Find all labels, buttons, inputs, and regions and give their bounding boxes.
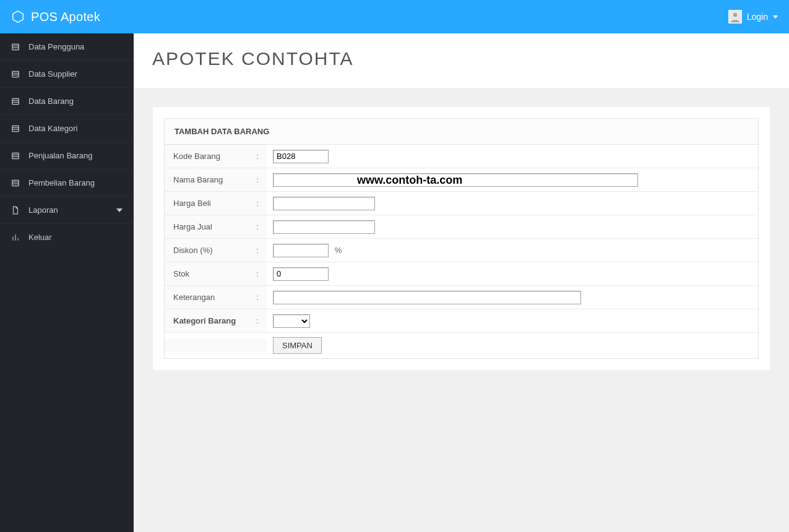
sidebar-item-data-supplier[interactable]: Data Supplier: [0, 60, 134, 87]
form-card: TAMBAH DATA BARANG Kode Barang : Nama Ba…: [164, 118, 759, 359]
avatar: [728, 10, 742, 24]
colon: :: [248, 286, 267, 309]
label-diskon: Diskon (%): [165, 239, 248, 262]
list-icon: [11, 124, 21, 133]
caret-down-icon: [773, 15, 778, 19]
input-harga-jual[interactable]: [273, 220, 375, 234]
sidebar-item-data-kategori[interactable]: Data Kategori: [0, 114, 134, 142]
svg-rect-15: [12, 153, 19, 158]
sidebar-item-label: Data Pengguna: [28, 42, 84, 51]
list-icon: [11, 179, 21, 187]
brand[interactable]: POS Apotek: [11, 10, 100, 24]
sidebar-item-label: Data Supplier: [28, 69, 77, 79]
row-keterangan: Keterangan :: [165, 286, 758, 309]
diskon-suffix: %: [335, 246, 342, 255]
svg-marker-0: [13, 11, 24, 22]
hexagon-icon: [11, 10, 25, 24]
row-harga-jual: Harga Jual :: [165, 215, 758, 239]
colon: :: [248, 168, 267, 191]
colon: :: [248, 192, 267, 215]
sidebar-item-label: Laporan: [28, 205, 58, 215]
select-kategori-barang[interactable]: [273, 314, 310, 328]
row-stok: Stok :: [165, 262, 758, 286]
svg-rect-3: [12, 44, 19, 49]
topbar: POS Apotek Login: [0, 0, 789, 33]
sidebar-item-label: Data Barang: [28, 97, 74, 106]
colon: :: [248, 309, 267, 332]
label-kode-barang: Kode Barang: [165, 145, 248, 168]
svg-rect-6: [12, 71, 19, 77]
svg-marker-21: [116, 208, 123, 212]
label-kategori-barang: Kategori Barang: [165, 309, 248, 332]
sidebar-item-label: Keluar: [28, 233, 52, 242]
svg-rect-12: [12, 126, 19, 131]
input-kode-barang[interactable]: [273, 150, 329, 163]
input-nama-barang[interactable]: [273, 173, 638, 187]
main: APOTEK CONTOHTA TAMBAH DATA BARANG Kode …: [134, 33, 789, 532]
label-nama-barang: Nama Barang: [165, 168, 248, 191]
row-submit: SIMPAN: [165, 333, 758, 358]
row-nama-barang: Nama Barang :: [165, 168, 758, 192]
sidebar: Data Pengguna Data Supplier Data Barang …: [0, 33, 134, 532]
content: TAMBAH DATA BARANG Kode Barang : Nama Ba…: [134, 88, 789, 532]
chevron-down-icon: [116, 207, 123, 213]
form-title: TAMBAH DATA BARANG: [165, 119, 758, 145]
sidebar-item-pembelian-barang[interactable]: Pembelian Barang: [0, 169, 134, 196]
colon: :: [248, 215, 267, 238]
list-icon: [11, 97, 21, 106]
label-harga-beli: Harga Beli: [165, 192, 248, 215]
page-title: APOTEK CONTOHTA: [134, 33, 789, 88]
sidebar-item-laporan[interactable]: Laporan: [0, 196, 134, 223]
row-kode-barang: Kode Barang :: [165, 145, 758, 168]
input-stok[interactable]: [273, 267, 329, 281]
chart-icon: [11, 233, 21, 242]
list-icon: [11, 152, 21, 160]
brand-text: POS Apotek: [31, 10, 100, 24]
login-label: Login: [747, 12, 768, 22]
sidebar-item-data-pengguna[interactable]: Data Pengguna: [0, 33, 134, 60]
panel: TAMBAH DATA BARANG Kode Barang : Nama Ba…: [152, 106, 770, 371]
input-diskon[interactable]: [273, 244, 329, 257]
colon: :: [248, 239, 267, 262]
colon: :: [248, 262, 267, 285]
sidebar-item-label: Pembelian Barang: [28, 178, 95, 187]
row-harga-beli: Harga Beli :: [165, 192, 758, 215]
label-keterangan: Keterangan: [165, 286, 248, 309]
colon: :: [248, 145, 267, 168]
list-icon: [11, 43, 21, 51]
row-diskon: Diskon (%) : %: [165, 239, 758, 262]
label-harga-jual: Harga Jual: [165, 215, 248, 238]
sidebar-item-label: Penjualan Barang: [28, 151, 92, 160]
simpan-button[interactable]: SIMPAN: [273, 337, 322, 354]
file-icon: [11, 206, 21, 215]
login-menu[interactable]: Login: [728, 10, 778, 24]
sidebar-item-penjualan-barang[interactable]: Penjualan Barang: [0, 142, 134, 169]
label-stok: Stok: [165, 262, 248, 285]
input-keterangan[interactable]: [273, 291, 581, 304]
svg-point-2: [733, 13, 737, 17]
sidebar-item-label: Data Kategori: [28, 124, 78, 133]
row-kategori-barang: Kategori Barang :: [165, 309, 758, 333]
sidebar-item-data-barang[interactable]: Data Barang: [0, 87, 134, 114]
svg-rect-9: [12, 98, 19, 104]
sidebar-item-keluar[interactable]: Keluar: [0, 223, 134, 251]
layout: Data Pengguna Data Supplier Data Barang …: [0, 33, 789, 532]
input-harga-beli[interactable]: [273, 197, 375, 210]
svg-rect-18: [12, 180, 19, 186]
list-icon: [11, 70, 21, 79]
